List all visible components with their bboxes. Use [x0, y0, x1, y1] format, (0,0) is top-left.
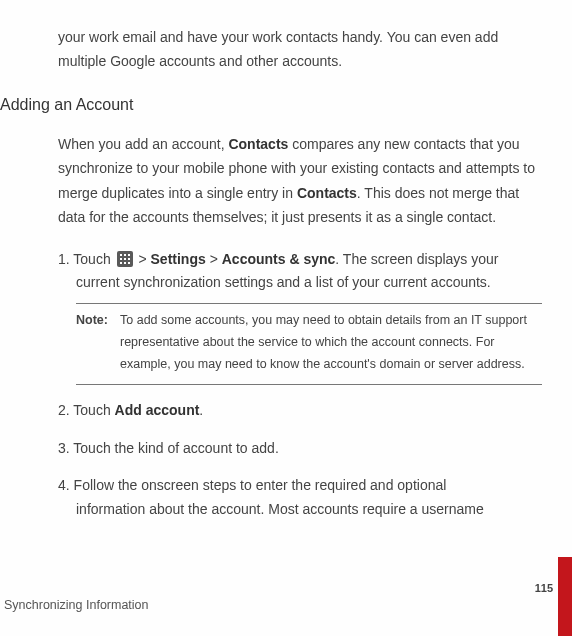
step-1-continuation: current synchronization settings and a l… [58, 271, 542, 295]
step-3: 3. Touch the kind of account to add. [58, 437, 542, 461]
step-4-body: Follow the onscreen steps to enter the r… [74, 477, 447, 493]
step-4-number: 4. [58, 477, 74, 493]
page-number: 115 [535, 582, 553, 594]
note-block: Note: To add some accounts, you may need… [76, 303, 542, 385]
section-intro: When you add an account, Contacts compar… [0, 132, 542, 230]
step-4-continuation: information about the account. Most acco… [58, 498, 542, 522]
add-account-label: Add account [115, 402, 200, 418]
intro-continuation: your work email and have your work conta… [0, 26, 542, 74]
step-2-body: Touch Add account. [73, 402, 203, 418]
step-1-sep1: > [135, 251, 151, 267]
content-area: your work email and have your work conta… [0, 0, 572, 522]
section-intro-part1: When you add an account, [58, 136, 228, 152]
footer-label: Synchronizing Information [4, 598, 149, 612]
step-3-number: 3. [58, 440, 73, 456]
step-2: 2. Touch Add account. [58, 399, 542, 423]
contacts-term-2: Contacts [297, 185, 357, 201]
section-heading: Adding an Account [0, 96, 542, 114]
step-1-body: Touch > Settings > Accounts & sync. The … [73, 251, 498, 267]
step-1-pre: Touch [73, 251, 114, 267]
step-1: 1. Touch > Settings > Accounts & sync. T… [58, 248, 542, 385]
step-2-post: . [199, 402, 203, 418]
note-label: Note: [76, 310, 120, 376]
contacts-term-1: Contacts [228, 136, 288, 152]
apps-grid-icon [117, 251, 133, 267]
settings-label: Settings [151, 251, 206, 267]
step-2-number: 2. [58, 402, 73, 418]
step-4: 4. Follow the onscreen steps to enter th… [58, 474, 542, 522]
step-1-post: . The screen displays your [335, 251, 498, 267]
accounts-sync-label: Accounts & sync [222, 251, 336, 267]
step-1-sep2: > [206, 251, 222, 267]
step-1-number: 1. [58, 251, 73, 267]
page: your work email and have your work conta… [0, 0, 572, 636]
step-2-pre: Touch [73, 402, 114, 418]
note-text: To add some accounts, you may need to ob… [120, 310, 542, 376]
note-row: Note: To add some accounts, you may need… [76, 310, 542, 376]
steps-list: 1. Touch > Settings > Accounts & sync. T… [0, 248, 542, 522]
step-3-body: Touch the kind of account to add. [73, 440, 278, 456]
side-tab [558, 557, 572, 636]
